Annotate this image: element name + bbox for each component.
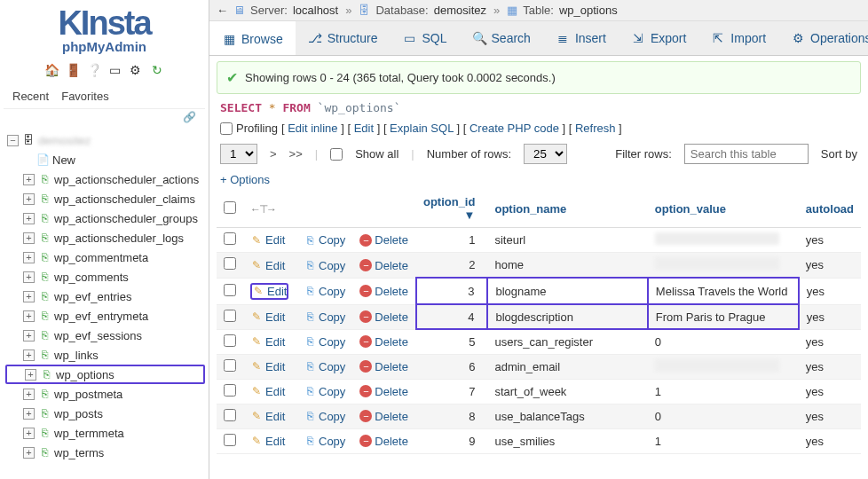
expand-icon[interactable]: + bbox=[23, 232, 35, 244]
tab-insert[interactable]: ≣Insert bbox=[543, 21, 619, 55]
edit-link[interactable]: ✎Edit bbox=[250, 410, 285, 423]
profiling-link-refresh[interactable]: Refresh bbox=[575, 122, 616, 135]
tree-table-wp_actionscheduler_actions[interactable]: +⎘wp_actionscheduler_actions bbox=[5, 169, 205, 189]
expand-icon[interactable]: + bbox=[23, 447, 35, 459]
tree-table-wp_actionscheduler_logs[interactable]: +⎘wp_actionscheduler_logs bbox=[5, 228, 205, 247]
tab-sql[interactable]: ▭SQL bbox=[391, 21, 460, 55]
home-icon[interactable]: 🏠 bbox=[44, 63, 59, 77]
select-all-checkbox[interactable] bbox=[224, 201, 236, 214]
profiling-checkbox[interactable] bbox=[220, 122, 233, 135]
expand-icon[interactable]: + bbox=[25, 369, 36, 381]
col-option-value[interactable]: option_value bbox=[655, 202, 726, 216]
tab-export[interactable]: ⇲Export bbox=[619, 21, 698, 55]
delete-link[interactable]: −Delete bbox=[359, 385, 408, 398]
copy-link[interactable]: ⎘Copy bbox=[304, 259, 345, 272]
tree-table-wp_links[interactable]: +⎘wp_links bbox=[5, 345, 205, 365]
profiling-link-edit-inline[interactable]: Edit inline bbox=[288, 122, 337, 135]
filter-input[interactable] bbox=[684, 144, 809, 164]
profiling-link-create-php-code[interactable]: Create PHP code bbox=[470, 122, 559, 135]
tab-structure[interactable]: ⎇Structure bbox=[296, 21, 391, 55]
delete-link[interactable]: −Delete bbox=[359, 233, 408, 247]
row-checkbox[interactable] bbox=[224, 257, 236, 270]
tab-operations[interactable]: ⚙Operations bbox=[778, 21, 868, 55]
col-autoload[interactable]: autoload bbox=[806, 202, 854, 216]
row-checkbox[interactable] bbox=[224, 359, 236, 372]
delete-link[interactable]: −Delete bbox=[359, 335, 408, 349]
row-checkbox[interactable] bbox=[224, 434, 236, 446]
edit-link[interactable]: ✎Edit bbox=[250, 360, 285, 373]
expand-icon[interactable]: + bbox=[23, 408, 35, 420]
expand-icon[interactable]: + bbox=[23, 174, 35, 185]
back-arrow-icon[interactable]: ← bbox=[217, 4, 228, 17]
expand-icon[interactable]: + bbox=[23, 330, 35, 342]
row-checkbox[interactable] bbox=[224, 409, 236, 421]
bc-db-value[interactable]: demositez bbox=[434, 4, 486, 17]
gear-icon[interactable]: ⚙ bbox=[129, 63, 143, 77]
tree-db-row[interactable]: − 🗄 demositez bbox=[5, 130, 205, 150]
row-checkbox[interactable] bbox=[224, 334, 236, 347]
tree-table-wp_termmeta[interactable]: +⎘wp_termmeta bbox=[5, 423, 205, 443]
tree-table-wp_posts[interactable]: +⎘wp_posts bbox=[5, 404, 205, 423]
copy-link[interactable]: ⎘Copy bbox=[304, 233, 345, 247]
next-page[interactable]: > bbox=[270, 147, 277, 161]
sql-icon[interactable]: ▭ bbox=[107, 63, 122, 77]
last-page[interactable]: >> bbox=[289, 147, 303, 161]
copy-link[interactable]: ⎘Copy bbox=[304, 435, 345, 448]
row-checkbox[interactable] bbox=[224, 384, 236, 397]
delete-link[interactable]: −Delete bbox=[359, 360, 408, 373]
edit-link[interactable]: ✎Edit bbox=[250, 435, 285, 448]
expand-icon[interactable]: + bbox=[23, 271, 35, 283]
exit-icon[interactable]: 🚪 bbox=[66, 63, 80, 77]
sort-arrows[interactable]: ←⊤→ bbox=[250, 203, 275, 216]
link-icon[interactable]: 🔗 bbox=[4, 109, 205, 127]
delete-link[interactable]: −Delete bbox=[359, 285, 408, 298]
tab-browse[interactable]: ▦Browse bbox=[209, 21, 296, 55]
edit-link[interactable]: ✎Edit bbox=[250, 233, 285, 247]
profiling-link-edit[interactable]: Edit bbox=[354, 122, 374, 135]
collapse-icon[interactable]: − bbox=[7, 135, 19, 146]
tree-table-wp_evf_entrymeta[interactable]: +⎘wp_evf_entrymeta bbox=[5, 306, 205, 326]
expand-icon[interactable]: + bbox=[23, 310, 35, 322]
tab-import[interactable]: ⇱Import bbox=[698, 21, 778, 55]
tree-table-wp_comments[interactable]: +⎘wp_comments bbox=[5, 267, 205, 287]
bc-server-value[interactable]: localhost bbox=[293, 4, 338, 17]
help-icon[interactable]: ❔ bbox=[87, 63, 101, 77]
profiling-link-explain-sql[interactable]: Explain SQL bbox=[390, 122, 454, 135]
expand-icon[interactable]: + bbox=[23, 193, 35, 205]
copy-link[interactable]: ⎘Copy bbox=[304, 410, 345, 423]
page-select[interactable]: 1 bbox=[220, 144, 257, 164]
expand-icon[interactable]: + bbox=[23, 291, 35, 302]
bc-table-value[interactable]: wp_options bbox=[559, 4, 618, 17]
tree-new[interactable]: 📄 New bbox=[5, 150, 205, 169]
show-all-checkbox[interactable] bbox=[330, 148, 343, 161]
delete-link[interactable]: −Delete bbox=[359, 259, 408, 272]
copy-link[interactable]: ⎘Copy bbox=[304, 385, 345, 398]
col-option-id[interactable]: option_id bbox=[423, 195, 476, 208]
options-link[interactable]: + Options bbox=[220, 173, 857, 186]
expand-icon[interactable]: + bbox=[23, 252, 35, 263]
tree-table-wp_actionscheduler_groups[interactable]: +⎘wp_actionscheduler_groups bbox=[5, 208, 205, 228]
tree-table-wp_evf_entries[interactable]: +⎘wp_evf_entries bbox=[5, 287, 205, 306]
expand-icon[interactable]: + bbox=[23, 213, 35, 224]
tab-favorites[interactable]: Favorites bbox=[58, 88, 112, 105]
edit-link[interactable]: ✎Edit bbox=[250, 283, 288, 300]
tree-table-wp_terms[interactable]: +⎘wp_terms bbox=[5, 443, 205, 462]
copy-link[interactable]: ⎘Copy bbox=[304, 360, 345, 373]
row-checkbox[interactable] bbox=[224, 310, 236, 322]
copy-link[interactable]: ⎘Copy bbox=[304, 335, 345, 349]
tree-table-wp_actionscheduler_claims[interactable]: +⎘wp_actionscheduler_claims bbox=[5, 189, 205, 208]
copy-link[interactable]: ⎘Copy bbox=[304, 310, 345, 324]
refresh-icon[interactable]: ↻ bbox=[150, 63, 164, 77]
row-checkbox[interactable] bbox=[224, 232, 236, 245]
row-checkbox[interactable] bbox=[224, 284, 236, 296]
copy-link[interactable]: ⎘Copy bbox=[304, 285, 345, 298]
expand-icon[interactable]: + bbox=[23, 349, 35, 361]
delete-link[interactable]: −Delete bbox=[359, 310, 408, 324]
edit-link[interactable]: ✎Edit bbox=[250, 385, 285, 398]
col-option-name[interactable]: option_name bbox=[494, 202, 566, 216]
tab-search[interactable]: 🔍Search bbox=[460, 21, 543, 55]
delete-link[interactable]: −Delete bbox=[359, 435, 408, 448]
delete-link[interactable]: −Delete bbox=[359, 410, 408, 423]
tree-table-wp_commentmeta[interactable]: +⎘wp_commentmeta bbox=[5, 247, 205, 267]
tree-table-wp_evf_sessions[interactable]: +⎘wp_evf_sessions bbox=[5, 326, 205, 345]
